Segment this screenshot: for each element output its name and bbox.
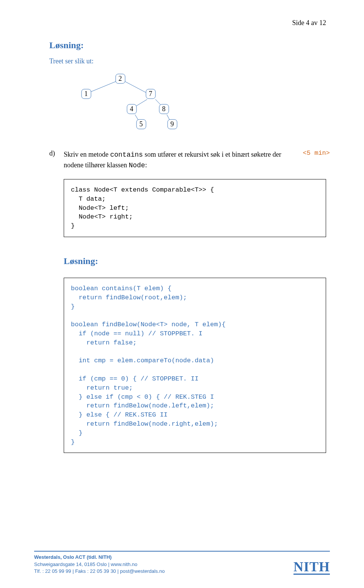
- task-d: d) Skriv en metode contains som utfører …: [49, 149, 330, 171]
- footer-address-line: Schweigaardsgate 14, 0185 Oslo | www.nit…: [34, 561, 137, 567]
- tree-node-1: 1: [85, 90, 88, 97]
- code-node-class: class Node<T extends Comparable<T>> { T …: [64, 179, 326, 237]
- svg-line-1: [125, 82, 147, 93]
- task-code-contains: contains: [110, 151, 143, 159]
- footer-contact-line: Tlf. : 22 05 99 99 | Faks : 22 05 39 30 …: [34, 568, 165, 574]
- svg-line-0: [88, 82, 116, 93]
- tree-node-2: 2: [119, 75, 122, 82]
- task-label: d): [49, 149, 64, 157]
- tree-intro-text: Treet ser slik ut:: [49, 57, 330, 65]
- task-text-pre: Skriv en metode: [64, 151, 110, 158]
- solution-heading-1: Løsning:: [49, 40, 330, 50]
- tree-node-7: 7: [149, 90, 152, 97]
- code-contains-method: boolean contains(T elem) { return findBe…: [64, 278, 326, 453]
- page-footer: Westerdals, Oslo ACT (tidl. NITH) Schwei…: [34, 551, 330, 575]
- task-code-node: Node: [129, 162, 145, 169]
- page-number: Side 4 av 12: [49, 19, 330, 27]
- footer-address: Westerdals, Oslo ACT (tidl. NITH) Schwei…: [34, 554, 165, 575]
- task-description: Skriv en metode contains som utfører et …: [64, 149, 300, 171]
- solution-heading-2: Løsning:: [64, 256, 330, 266]
- footer-rule: [34, 551, 330, 552]
- tree-diagram: 2 1 7 4 8 5 9: [80, 72, 330, 134]
- tree-node-8: 8: [162, 105, 166, 113]
- nith-logo: NITH: [293, 560, 330, 575]
- time-estimate: <5 min>: [303, 149, 330, 157]
- task-text-post: :: [145, 161, 147, 169]
- tree-node-4: 4: [130, 105, 133, 113]
- footer-org-name: Westerdals, Oslo ACT (tidl. NITH): [34, 554, 111, 560]
- tree-node-5: 5: [140, 120, 143, 128]
- tree-node-9: 9: [171, 120, 174, 128]
